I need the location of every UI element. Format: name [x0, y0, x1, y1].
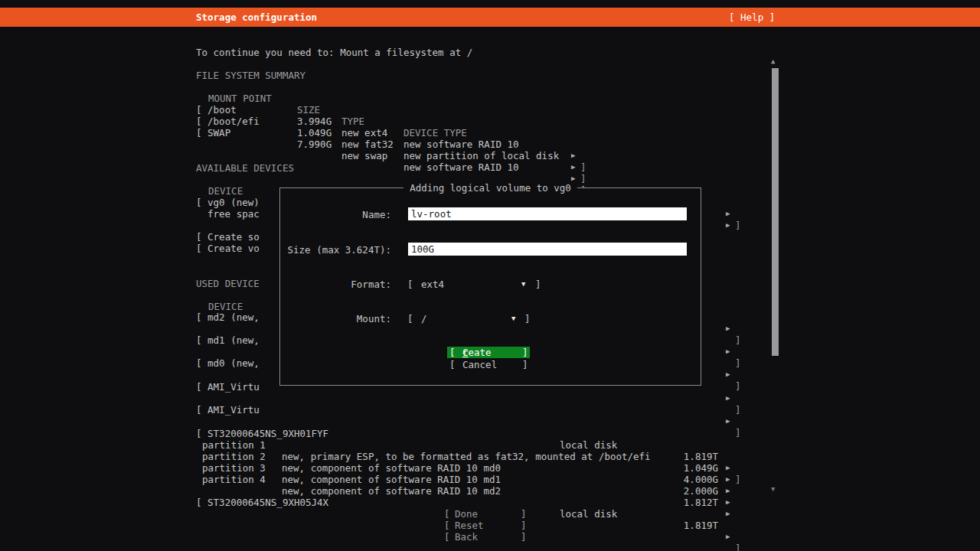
scroll-up-icon[interactable]: ▲: [771, 56, 775, 67]
done-button[interactable]: [ Done ]: [444, 508, 527, 520]
partition-row-2[interactable]: partition 2 new, component of software R…: [0, 439, 980, 451]
expand-icon: ▶: [726, 474, 730, 485]
device-row-ami-virtual-2[interactable]: [ AMI_Virtu ▶ ]: [0, 393, 980, 404]
fs-summary-heading: FILE SYSTEM SUMMARY: [0, 58, 980, 70]
fs-summary-row-boot-efi[interactable]: [ /boot/efi 1.049G new fat32 new partiti…: [0, 104, 980, 116]
continue-requirement-note: To continue you need to: Mount a filesys…: [0, 35, 980, 47]
format-label: Format:: [280, 279, 391, 290]
expand-icon: ▶: [571, 161, 575, 173]
partition-row-3[interactable]: partition 3 new, component of software R…: [0, 451, 980, 462]
scrollbar-thumb[interactable]: [772, 68, 779, 356]
partition-row-4[interactable]: partition 4 new, component of software R…: [0, 462, 980, 474]
back-button[interactable]: [ Back ]: [444, 531, 527, 543]
chevron-down-icon: ▼: [511, 313, 515, 324]
help-button[interactable]: [ Help ]: [729, 11, 775, 24]
reset-button[interactable]: [ Reset ]: [444, 520, 527, 531]
dialog-title: Adding logical volume to vg0: [280, 182, 701, 194]
scroll-down-icon[interactable]: ▼: [771, 484, 775, 495]
fs-summary-row-swap[interactable]: [ SWAP 7.990G new swap new software RAID…: [0, 116, 980, 127]
size-label: Size (max 3.624T):: [280, 244, 391, 256]
expand-icon: ▶: [726, 531, 730, 543]
expand-icon: ▶: [726, 508, 730, 520]
partition-row-1[interactable]: partition 1 new, primary ESP, to be form…: [0, 428, 980, 439]
expand-icon: ▶: [726, 208, 730, 220]
expand-icon: ▶: [726, 497, 730, 508]
fs-summary-header: MOUNT POINT SIZE TYPE DEVICE TYPE: [0, 81, 980, 93]
cancel-button[interactable]: [ Cancel ]: [447, 359, 530, 370]
mount-select[interactable]: [ / ▼ ]: [407, 313, 541, 324]
size-input[interactable]: [408, 243, 687, 256]
app-header: Storage configuration [ Help ]: [0, 8, 980, 27]
mount-label: Mount:: [280, 313, 391, 324]
available-devices-heading: AVAILABLE DEVICES: [0, 151, 980, 162]
add-logical-volume-dialog: Adding logical volume to vg0 Name: Size …: [279, 187, 701, 386]
name-input[interactable]: [408, 207, 687, 220]
format-select[interactable]: [ ext4 ▼ ]: [407, 279, 541, 290]
disk-row-st32000645ns-9xh05j4x[interactable]: [ ST32000645NS_9XH05J4X local disk 1.819…: [0, 485, 980, 497]
create-button[interactable]: [ Create ]: [447, 347, 530, 358]
chevron-down-icon: ▼: [521, 279, 525, 290]
page-title: Storage configuration: [196, 11, 317, 24]
name-label: Name:: [280, 209, 391, 220]
disk-row-st32000645ns-9xh01fyf[interactable]: [ ST32000645NS_9XH01FYF local disk 1.819…: [0, 416, 980, 428]
fs-summary-row-boot[interactable]: [ /boot 3.994G new ext4 new software RAI…: [0, 93, 980, 104]
